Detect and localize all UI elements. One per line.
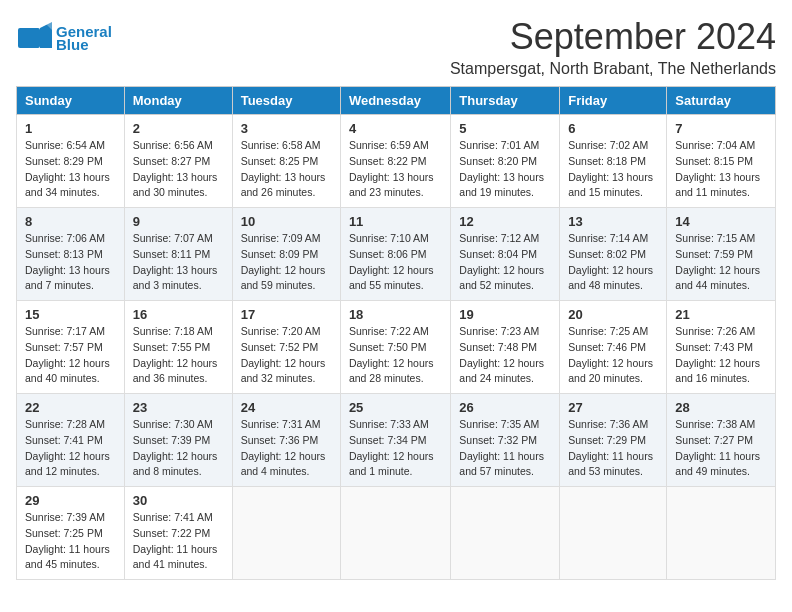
col-saturday: Saturday: [667, 87, 776, 115]
calendar-week-row: 1 Sunrise: 6:54 AM Sunset: 8:29 PM Dayli…: [17, 115, 776, 208]
day-info: Sunrise: 7:23 AM Sunset: 7:48 PM Dayligh…: [459, 324, 551, 387]
table-row: 21 Sunrise: 7:26 AM Sunset: 7:43 PM Dayl…: [667, 301, 776, 394]
table-row: 9 Sunrise: 7:07 AM Sunset: 8:11 PM Dayli…: [124, 208, 232, 301]
col-tuesday: Tuesday: [232, 87, 340, 115]
table-row: [451, 487, 560, 580]
table-row: 2 Sunrise: 6:56 AM Sunset: 8:27 PM Dayli…: [124, 115, 232, 208]
calendar-week-row: 29 Sunrise: 7:39 AM Sunset: 7:25 PM Dayl…: [17, 487, 776, 580]
table-row: [232, 487, 340, 580]
day-info: Sunrise: 7:25 AM Sunset: 7:46 PM Dayligh…: [568, 324, 658, 387]
day-number: 20: [568, 307, 658, 322]
day-number: 2: [133, 121, 224, 136]
day-number: 26: [459, 400, 551, 415]
col-wednesday: Wednesday: [340, 87, 450, 115]
day-info: Sunrise: 7:17 AM Sunset: 7:57 PM Dayligh…: [25, 324, 116, 387]
day-number: 8: [25, 214, 116, 229]
day-number: 13: [568, 214, 658, 229]
day-info: Sunrise: 6:58 AM Sunset: 8:25 PM Dayligh…: [241, 138, 332, 201]
day-number: 27: [568, 400, 658, 415]
table-row: 30 Sunrise: 7:41 AM Sunset: 7:22 PM Dayl…: [124, 487, 232, 580]
day-info: Sunrise: 7:31 AM Sunset: 7:36 PM Dayligh…: [241, 417, 332, 480]
day-number: 10: [241, 214, 332, 229]
day-info: Sunrise: 7:18 AM Sunset: 7:55 PM Dayligh…: [133, 324, 224, 387]
table-row: 29 Sunrise: 7:39 AM Sunset: 7:25 PM Dayl…: [17, 487, 125, 580]
day-number: 11: [349, 214, 442, 229]
day-info: Sunrise: 7:22 AM Sunset: 7:50 PM Dayligh…: [349, 324, 442, 387]
calendar-week-row: 22 Sunrise: 7:28 AM Sunset: 7:41 PM Dayl…: [17, 394, 776, 487]
day-info: Sunrise: 7:39 AM Sunset: 7:25 PM Dayligh…: [25, 510, 116, 573]
table-row: 7 Sunrise: 7:04 AM Sunset: 8:15 PM Dayli…: [667, 115, 776, 208]
logo: General Blue: [16, 20, 112, 56]
day-info: Sunrise: 7:10 AM Sunset: 8:06 PM Dayligh…: [349, 231, 442, 294]
location-subtitle: Stampersgat, North Brabant, The Netherla…: [450, 60, 776, 78]
title-block: September 2024 Stampersgat, North Braban…: [450, 16, 776, 78]
day-number: 15: [25, 307, 116, 322]
day-info: Sunrise: 7:12 AM Sunset: 8:04 PM Dayligh…: [459, 231, 551, 294]
table-row: 3 Sunrise: 6:58 AM Sunset: 8:25 PM Dayli…: [232, 115, 340, 208]
calendar-week-row: 15 Sunrise: 7:17 AM Sunset: 7:57 PM Dayl…: [17, 301, 776, 394]
svg-rect-0: [18, 28, 40, 48]
table-row: 10 Sunrise: 7:09 AM Sunset: 8:09 PM Dayl…: [232, 208, 340, 301]
day-info: Sunrise: 7:09 AM Sunset: 8:09 PM Dayligh…: [241, 231, 332, 294]
month-title: September 2024: [450, 16, 776, 58]
day-number: 21: [675, 307, 767, 322]
day-number: 30: [133, 493, 224, 508]
table-row: 23 Sunrise: 7:30 AM Sunset: 7:39 PM Dayl…: [124, 394, 232, 487]
day-number: 16: [133, 307, 224, 322]
day-number: 3: [241, 121, 332, 136]
table-row: 12 Sunrise: 7:12 AM Sunset: 8:04 PM Dayl…: [451, 208, 560, 301]
table-row: 16 Sunrise: 7:18 AM Sunset: 7:55 PM Dayl…: [124, 301, 232, 394]
day-info: Sunrise: 7:04 AM Sunset: 8:15 PM Dayligh…: [675, 138, 767, 201]
day-number: 5: [459, 121, 551, 136]
table-row: 11 Sunrise: 7:10 AM Sunset: 8:06 PM Dayl…: [340, 208, 450, 301]
day-info: Sunrise: 7:28 AM Sunset: 7:41 PM Dayligh…: [25, 417, 116, 480]
day-number: 17: [241, 307, 332, 322]
calendar-table: Sunday Monday Tuesday Wednesday Thursday…: [16, 86, 776, 580]
day-info: Sunrise: 7:01 AM Sunset: 8:20 PM Dayligh…: [459, 138, 551, 201]
table-row: 17 Sunrise: 7:20 AM Sunset: 7:52 PM Dayl…: [232, 301, 340, 394]
day-info: Sunrise: 6:59 AM Sunset: 8:22 PM Dayligh…: [349, 138, 442, 201]
day-info: Sunrise: 7:38 AM Sunset: 7:27 PM Dayligh…: [675, 417, 767, 480]
day-info: Sunrise: 7:35 AM Sunset: 7:32 PM Dayligh…: [459, 417, 551, 480]
table-row: 1 Sunrise: 6:54 AM Sunset: 8:29 PM Dayli…: [17, 115, 125, 208]
table-row: 5 Sunrise: 7:01 AM Sunset: 8:20 PM Dayli…: [451, 115, 560, 208]
day-info: Sunrise: 7:30 AM Sunset: 7:39 PM Dayligh…: [133, 417, 224, 480]
table-row: 15 Sunrise: 7:17 AM Sunset: 7:57 PM Dayl…: [17, 301, 125, 394]
col-friday: Friday: [560, 87, 667, 115]
day-number: 18: [349, 307, 442, 322]
table-row: 20 Sunrise: 7:25 AM Sunset: 7:46 PM Dayl…: [560, 301, 667, 394]
day-number: 4: [349, 121, 442, 136]
day-info: Sunrise: 7:02 AM Sunset: 8:18 PM Dayligh…: [568, 138, 658, 201]
day-info: Sunrise: 7:36 AM Sunset: 7:29 PM Dayligh…: [568, 417, 658, 480]
day-number: 28: [675, 400, 767, 415]
table-row: 25 Sunrise: 7:33 AM Sunset: 7:34 PM Dayl…: [340, 394, 450, 487]
table-row: 6 Sunrise: 7:02 AM Sunset: 8:18 PM Dayli…: [560, 115, 667, 208]
table-row: 22 Sunrise: 7:28 AM Sunset: 7:41 PM Dayl…: [17, 394, 125, 487]
day-info: Sunrise: 7:14 AM Sunset: 8:02 PM Dayligh…: [568, 231, 658, 294]
day-info: Sunrise: 7:20 AM Sunset: 7:52 PM Dayligh…: [241, 324, 332, 387]
day-number: 14: [675, 214, 767, 229]
table-row: 27 Sunrise: 7:36 AM Sunset: 7:29 PM Dayl…: [560, 394, 667, 487]
day-number: 24: [241, 400, 332, 415]
table-row: 18 Sunrise: 7:22 AM Sunset: 7:50 PM Dayl…: [340, 301, 450, 394]
table-row: 14 Sunrise: 7:15 AM Sunset: 7:59 PM Dayl…: [667, 208, 776, 301]
table-row: 8 Sunrise: 7:06 AM Sunset: 8:13 PM Dayli…: [17, 208, 125, 301]
day-number: 9: [133, 214, 224, 229]
col-sunday: Sunday: [17, 87, 125, 115]
table-row: 13 Sunrise: 7:14 AM Sunset: 8:02 PM Dayl…: [560, 208, 667, 301]
table-row: 26 Sunrise: 7:35 AM Sunset: 7:32 PM Dayl…: [451, 394, 560, 487]
calendar-week-row: 8 Sunrise: 7:06 AM Sunset: 8:13 PM Dayli…: [17, 208, 776, 301]
day-info: Sunrise: 6:56 AM Sunset: 8:27 PM Dayligh…: [133, 138, 224, 201]
day-number: 29: [25, 493, 116, 508]
day-info: Sunrise: 7:06 AM Sunset: 8:13 PM Dayligh…: [25, 231, 116, 294]
day-number: 6: [568, 121, 658, 136]
day-number: 7: [675, 121, 767, 136]
table-row: 24 Sunrise: 7:31 AM Sunset: 7:36 PM Dayl…: [232, 394, 340, 487]
table-row: 4 Sunrise: 6:59 AM Sunset: 8:22 PM Dayli…: [340, 115, 450, 208]
day-number: 25: [349, 400, 442, 415]
table-row: 28 Sunrise: 7:38 AM Sunset: 7:27 PM Dayl…: [667, 394, 776, 487]
day-info: Sunrise: 7:07 AM Sunset: 8:11 PM Dayligh…: [133, 231, 224, 294]
day-number: 23: [133, 400, 224, 415]
table-row: [560, 487, 667, 580]
page-header: General Blue September 2024 Stampersgat,…: [16, 16, 776, 78]
